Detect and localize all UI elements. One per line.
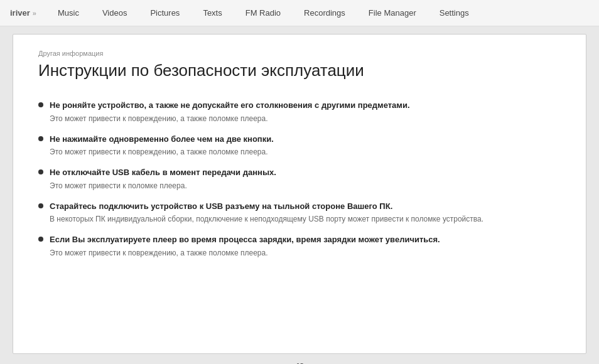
breadcrumb: Другая информация (38, 50, 561, 57)
nav-item-texts[interactable]: Texts (192, 0, 234, 26)
nav-item-videos[interactable]: Videos (91, 0, 139, 26)
list-main-text: Если Вы эксплуатируете плеер во время пр… (50, 233, 561, 246)
list-sub-text: Это может привести к повреждению, а такж… (50, 146, 561, 158)
list-main-text: Старайтесь подключить устройство к USB р… (50, 200, 561, 213)
page-title: Инструкции по безопасности эксплуатации (38, 61, 561, 80)
navbar: iriver» Music Videos Pictures Texts FM R… (0, 0, 599, 26)
list-item: Не отключайте USB кабель в момент переда… (38, 166, 561, 191)
nav-item-fm-radio[interactable]: FM Radio (234, 0, 293, 26)
nav-item-settings[interactable]: Settings (428, 0, 481, 26)
list-main-text: Не нажимайте одновременно более чем на д… (50, 133, 561, 146)
list-item: Старайтесь подключить устройство к USB р… (38, 200, 561, 225)
list-item: Если Вы эксплуатируете плеер во время пр… (38, 233, 561, 259)
nav-item-file-manager[interactable]: File Manager (357, 0, 428, 26)
nav-brand[interactable]: iriver» (0, 8, 46, 18)
main-content: Другая информация Инструкции по безопасн… (13, 34, 586, 354)
brand-chevron: » (33, 9, 36, 17)
list-main-text: Не отключайте USB кабель в момент переда… (50, 166, 561, 179)
list-main-text: Не роняйте устройство, а также не допуск… (50, 99, 561, 112)
nav-items: Music Videos Pictures Texts FM Radio Rec… (46, 0, 481, 26)
bullet-icon (38, 169, 43, 174)
list-content: Не отключайте USB кабель в момент переда… (50, 166, 561, 191)
list-content: Не роняйте устройство, а также не допуск… (50, 99, 561, 124)
bullet-icon (38, 203, 43, 208)
page-number: 42 (0, 361, 599, 364)
list-content: Старайтесь подключить устройство к USB р… (50, 200, 561, 225)
nav-item-pictures[interactable]: Pictures (139, 0, 192, 26)
bullet-icon (38, 237, 43, 242)
list-sub-text: Это может привести к повреждению, а такж… (50, 113, 561, 124)
list-item: Не нажимайте одновременно более чем на д… (38, 133, 561, 158)
list-content: Если Вы эксплуатируете плеер во время пр… (50, 233, 561, 259)
nav-item-recordings[interactable]: Recordings (293, 0, 357, 26)
content-list: Не роняйте устройство, а также не допуск… (38, 99, 561, 259)
list-item: Не роняйте устройство, а также не допуск… (38, 99, 561, 124)
bullet-icon (38, 102, 43, 107)
list-sub-text: В некоторых ПК индивидуальной сборки, по… (50, 213, 561, 225)
nav-item-music[interactable]: Music (46, 0, 91, 26)
list-sub-text: Это может привести к повреждению, а такж… (50, 247, 561, 259)
brand-label: iriver (10, 8, 30, 18)
list-sub-text: Это может привести к поломке плеера. (50, 180, 561, 191)
bullet-icon (38, 136, 43, 141)
list-content: Не нажимайте одновременно более чем на д… (50, 133, 561, 158)
